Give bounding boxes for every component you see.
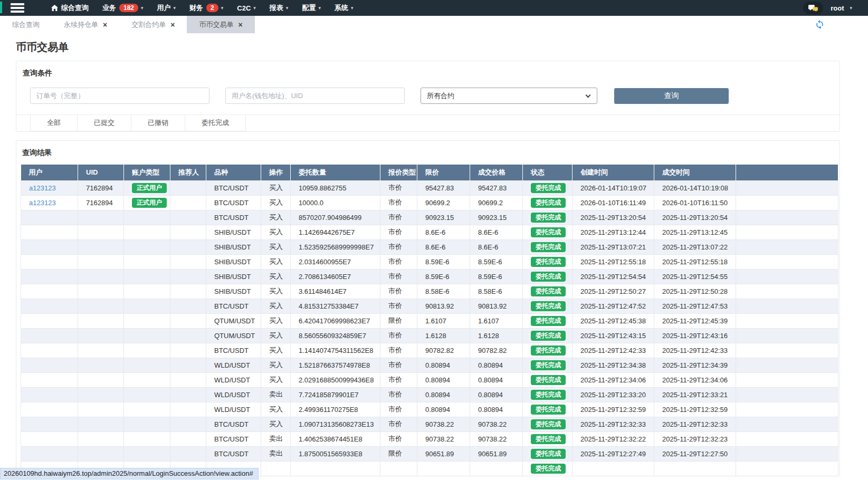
nav-item-config[interactable]: 配置▾ [295,0,328,16]
orders-table: 用户UID账户类型推荐人品种操作委托数量报价类型限价成交价格状态创建时间成交时间… [21,165,838,476]
table-cell [736,417,838,431]
table-cell: 2025-11-29T12:32:33 [654,417,736,431]
search-button[interactable]: 查询 [614,88,729,104]
status-cell: 委托完成 [523,180,573,195]
tab-4[interactable]: 币币交易单× [187,16,254,33]
table-cell: 7162894 [78,195,124,210]
table-cell [78,358,124,372]
user-link[interactable]: a123123 [29,199,56,207]
status-badge: 委托完成 [531,272,566,282]
nav-item-reports[interactable]: 报表▾ [263,0,295,16]
table-cell [736,343,838,358]
table-row: SHIB/USDT买入1.5235925689999998E7市价8.6E-68… [21,239,838,254]
table-cell [78,269,124,284]
table-cell: 市价 [380,269,417,284]
table-cell: 1.1414074754311562E8 [291,343,380,358]
table-cell [124,269,170,284]
status-badge: 委托完成 [531,434,566,444]
tab-1[interactable]: 综合查询 [0,16,52,33]
table-cell: 2025-11-29T12:43:16 [654,328,736,343]
nav-item-dashboard[interactable]: 综合查询 [44,0,96,16]
results-panel-title: 查询结果 [22,148,835,158]
close-icon[interactable]: × [103,21,107,28]
table-cell: 8.58E-6 [470,284,523,299]
table-cell: 买入 [261,225,291,239]
table-cell: 2025-11-29T12:43:15 [573,328,654,343]
chevron-down-icon: ▾ [351,5,354,11]
table-cell: 90813.92 [417,299,470,313]
nav-item-label: 配置 [302,3,316,13]
table-cell: 2025-11-29T12:34:06 [573,372,654,387]
table-cell: 2025-11-29T13:12:45 [654,225,736,239]
table-cell: 2026-01-14T10:19:07 [573,180,654,195]
user-cell: a123123 [21,180,78,195]
status-badge: 委托完成 [531,464,566,474]
table-cell: 买入 [261,402,291,417]
table-cell: 买入 [261,358,291,372]
table-cell [78,225,124,239]
filter-tab-4[interactable]: 委托完成 [185,115,246,131]
table-cell: SHIB/USDT [206,284,261,299]
table-cell: 2025-11-29T12:47:53 [654,299,736,313]
table-cell: 0.80894 [417,387,470,402]
table-cell [124,358,170,372]
user-menu[interactable]: root ▾ [831,4,852,12]
table-cell: 2025-11-29T13:12:44 [573,225,654,239]
table-cell: 买入 [261,284,291,299]
refresh-button[interactable] [815,20,825,30]
table-cell [736,195,838,210]
nav-item-c2c[interactable]: C2C▾ [230,0,263,16]
table-cell [170,387,206,402]
table-cell [78,210,124,225]
status-cell: 委托完成 [523,343,573,358]
account-type-badge: 正式用户 [132,198,167,208]
filter-tab-3[interactable]: 已撤销 [131,115,185,131]
filter-tab-1[interactable]: 全部 [30,115,78,131]
table-cell: 买入 [261,254,291,269]
table-cell: 8.59E-6 [417,269,470,284]
query-panel-title: 查询条件 [23,69,840,78]
close-icon[interactable]: × [238,21,242,28]
table-cell [417,461,470,476]
tab-2[interactable]: 永续持仓单× [52,16,119,33]
contract-select[interactable]: 所有合约 [421,88,597,104]
column-header [736,165,838,180]
table-cell: BTC/USDT [206,195,261,210]
contract-select-value: 所有合约 [427,91,454,101]
table-cell: 8.59E-6 [470,254,523,269]
status-badge: 委托完成 [531,257,566,267]
filter-tab-2[interactable]: 已提交 [78,115,131,131]
status-cell: 委托完成 [523,284,573,299]
table-cell: 2.0314600955E7 [291,254,380,269]
table-cell [291,461,380,476]
table-cell: 90651.89 [470,446,523,461]
table-cell [736,180,838,195]
order-number-input[interactable] [30,88,209,104]
table-cell: WLD/USDT [206,372,261,387]
table-cell: 2.499361170275E8 [291,402,380,417]
user-cell: a123123 [21,195,78,210]
table-cell [78,328,124,343]
user-link[interactable]: a123123 [29,184,56,192]
table-cell: 0.80894 [470,358,523,372]
table-cell [21,328,78,343]
username-uid-input[interactable] [225,88,405,104]
table-cell [170,446,206,461]
tab-3[interactable]: 交割合约单× [119,16,187,33]
hamburger-menu-icon[interactable] [11,3,24,13]
table-cell: 0.80894 [417,358,470,372]
chat-button[interactable] [803,2,823,14]
table-cell [170,284,206,299]
nav-item-users[interactable]: 用户▾ [150,0,183,16]
table-cell: 95427.83 [470,180,523,195]
table-cell: BTC/USDT [206,343,261,358]
nav-item-system[interactable]: 系统▾ [328,0,360,16]
nav-item-finance[interactable]: 财务2▾ [183,0,230,16]
table-cell: 90738.22 [470,417,523,431]
table-cell: 买入 [261,239,291,254]
close-icon[interactable]: × [170,21,175,28]
nav-item-business[interactable]: 业务182▾ [96,0,150,16]
table-cell: 0.80894 [417,372,470,387]
table-cell [380,461,417,476]
table-cell: WLD/USDT [206,387,261,402]
